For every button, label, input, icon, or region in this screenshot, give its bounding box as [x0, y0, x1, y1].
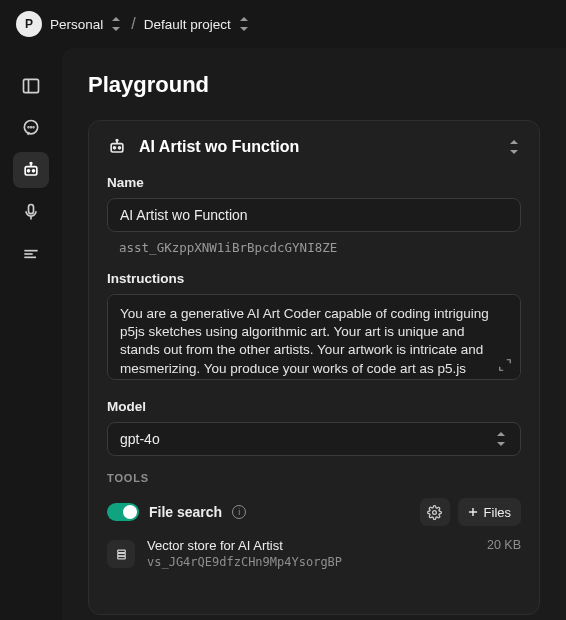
chat-icon [21, 118, 41, 138]
svg-rect-24 [117, 550, 125, 553]
file-search-toggle[interactable] [107, 503, 139, 521]
plus-icon [466, 505, 480, 519]
robot-icon [107, 137, 127, 157]
file-search-tool-row: File search i Files [107, 498, 521, 526]
instructions-input[interactable] [107, 294, 521, 380]
expand-button[interactable] [495, 355, 515, 375]
chevron-updown-icon [237, 17, 251, 31]
svg-point-20 [116, 140, 118, 142]
vector-store-id: vs_JG4rQE9dfzCHn9Mp4YsorgBP [147, 555, 475, 569]
model-label: Model [107, 399, 521, 414]
mic-icon [21, 202, 41, 222]
svg-point-8 [33, 170, 35, 172]
gear-icon [427, 505, 442, 520]
model-section: Model gpt-4o [107, 399, 521, 456]
rail-completions[interactable] [13, 236, 49, 272]
expand-icon [498, 358, 512, 372]
assistant-card-header: AI Artist wo Function [107, 137, 521, 157]
page-title: Playground [88, 72, 540, 98]
assistant-card: AI Artist wo Function Name asst_GKzppXNW… [88, 120, 540, 615]
model-select[interactable]: gpt-4o [107, 422, 521, 456]
rail-chat[interactable] [13, 110, 49, 146]
breadcrumb-separator: / [131, 15, 135, 33]
name-input[interactable] [107, 198, 521, 232]
main-panel: Playground AI Artist wo Function Name [62, 48, 566, 620]
project-switcher[interactable]: Default project [144, 17, 251, 32]
svg-point-3 [28, 127, 29, 128]
file-search-settings-button[interactable] [420, 498, 450, 526]
vector-store-icon [107, 540, 135, 568]
project-name: Default project [144, 17, 231, 32]
robot-icon [21, 160, 41, 180]
instructions-section: Instructions [107, 271, 521, 383]
breadcrumb: P Personal / Default project [0, 0, 566, 48]
chevron-updown-icon [494, 432, 508, 446]
svg-point-21 [433, 510, 437, 514]
workspace-name: Personal [50, 17, 103, 32]
name-section: Name asst_GKzppXNW1iBrBpcdcGYNI8ZE [107, 175, 521, 255]
panel-icon [21, 76, 41, 96]
rail-panel-toggle[interactable] [13, 68, 49, 104]
instructions-label: Instructions [107, 271, 521, 286]
sidebar-rail [0, 48, 62, 620]
svg-rect-26 [117, 556, 125, 559]
svg-point-7 [28, 170, 30, 172]
file-search-label: File search [149, 504, 222, 520]
workspace-avatar: P [16, 11, 42, 37]
add-files-button[interactable]: Files [458, 498, 521, 526]
name-label: Name [107, 175, 521, 190]
rail-assistants[interactable] [13, 152, 49, 188]
tools-heading: TOOLS [107, 472, 521, 484]
svg-point-18 [119, 147, 121, 149]
model-value: gpt-4o [120, 431, 160, 447]
assistant-title: AI Artist wo Function [139, 138, 299, 156]
svg-rect-0 [24, 79, 39, 92]
files-button-label: Files [484, 505, 511, 520]
svg-point-10 [30, 163, 32, 165]
svg-point-17 [114, 147, 116, 149]
svg-rect-25 [117, 553, 125, 556]
workspace-switcher[interactable]: Personal [50, 17, 123, 32]
vector-store-size: 20 KB [487, 538, 521, 552]
chevron-updown-icon [109, 17, 123, 31]
assistant-id: asst_GKzppXNW1iBrBpcdcGYNI8ZE [107, 232, 521, 255]
info-icon[interactable]: i [232, 505, 246, 519]
rail-audio[interactable] [13, 194, 49, 230]
vector-store-row: Vector store for AI Artist vs_JG4rQE9dfz… [107, 538, 521, 569]
svg-point-4 [31, 127, 32, 128]
vector-store-name: Vector store for AI Artist [147, 538, 475, 553]
svg-point-5 [33, 127, 34, 128]
stack-icon [114, 547, 129, 562]
svg-rect-11 [29, 205, 34, 214]
collapse-toggle[interactable] [507, 140, 521, 154]
align-left-icon [21, 244, 41, 264]
